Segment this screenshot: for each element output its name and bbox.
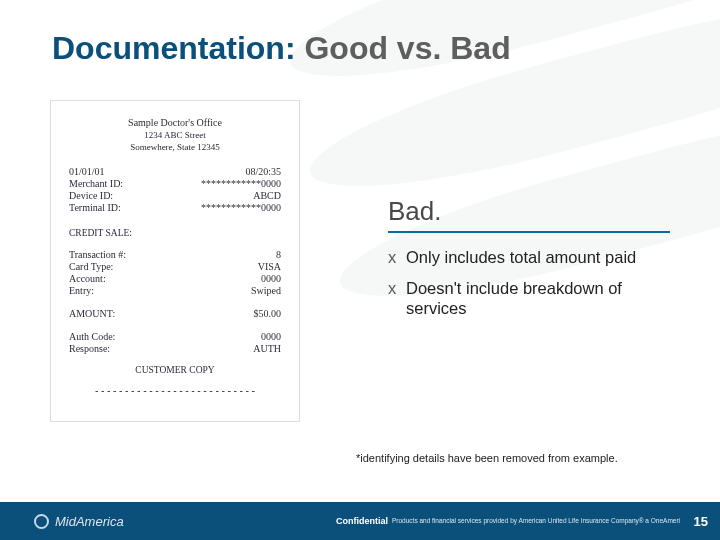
logo-ring-icon [34,514,49,529]
receipt-row: Merchant ID:************0000 [69,178,281,189]
receipt-copy-label: CUSTOMER COPY [69,365,281,375]
title-rest: Good vs. Bad [296,30,511,66]
receipt-row: Transaction #:8 [69,249,281,260]
list-item: x Only includes total amount paid [388,247,678,268]
receipt-row: Account:0000 [69,273,281,284]
receipt-row: Card Type:VISA [69,261,281,272]
receipt-addr1: 1234 ABC Street [69,130,281,140]
slide-title: Documentation: Good vs. Bad [52,30,511,67]
receipt-addr2: Somewhere, State 12345 [69,142,281,152]
receipt-row: 01/01/0108/20:35 [69,166,281,177]
footer-legal: Products and financial services provided… [392,517,680,524]
bad-heading: Bad. [388,196,670,233]
x-icon: x [388,247,406,268]
footer-logo: MidAmerica [34,514,124,529]
footer-brand: MidAmerica [55,514,124,529]
bullet-text: Doesn't include breakdown of services [406,278,678,319]
right-panel: Bad. x Only includes total amount paid x… [388,196,678,329]
footer-confidential: Confidential [336,516,388,526]
receipt-amount-row: AMOUNT:$50.00 [69,308,281,319]
slide: Documentation: Good vs. Bad Sample Docto… [0,0,720,540]
list-item: x Doesn't include breakdown of services [388,278,678,319]
bullet-text: Only includes total amount paid [406,247,678,268]
bullet-list: x Only includes total amount paid x Does… [388,247,678,319]
receipt-sale-label: CREDIT SALE: [69,228,281,238]
receipt-office-name: Sample Doctor's Office [69,117,281,128]
receipt-example: Sample Doctor's Office 1234 ABC Street S… [50,100,300,422]
receipt-row: Terminal ID:************0000 [69,202,281,213]
footer-bar: MidAmerica Confidential Products and fin… [0,502,720,540]
receipt-row: Entry:Swiped [69,285,281,296]
footer-page-number: 15 [694,514,708,529]
receipt-dashes: --------------------------- [69,385,281,396]
title-accent: Documentation: [52,30,296,66]
receipt-row: Auth Code:0000 [69,331,281,342]
receipt-row: Device ID:ABCD [69,190,281,201]
receipt-row: Response:AUTH [69,343,281,354]
x-icon: x [388,278,406,299]
footnote: *identifying details have been removed f… [356,452,618,464]
